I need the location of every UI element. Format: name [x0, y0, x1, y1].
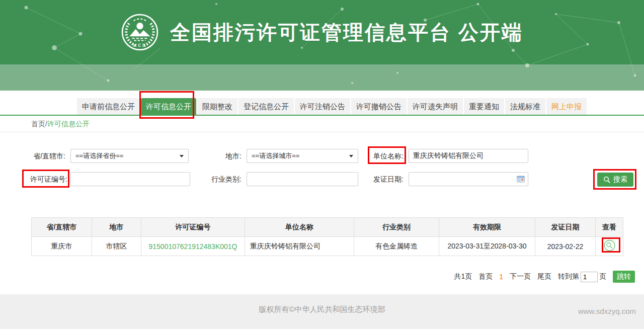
footer: 版权所有©中华人民共和国生态环境部 www.sdxzyq.com — [0, 294, 644, 329]
results-table: 省/直辖市 地市 许可证编号 单位名称 行业类别 有效期限 发证日期 查看 重庆… — [31, 217, 623, 256]
goto-prefix: 转到第 — [558, 272, 579, 281]
permit-number-link[interactable]: 91500107621912483K001Q — [149, 242, 237, 251]
city-select[interactable]: ==请选择城市== — [247, 149, 358, 163]
magnifier-icon — [603, 176, 610, 183]
cell-city: 市辖区 — [92, 237, 141, 256]
col-header-unit-name: 单位名称 — [245, 218, 354, 237]
permit-no-label: 许可证编号: — [0, 172, 67, 186]
first-page-link[interactable]: 首页 — [478, 272, 493, 281]
nav-tabs: 申请前信息公开 许可信息公开 限期整改 登记信息公开 许可注销公告 许可撤销公告… — [77, 98, 644, 115]
tab-pre-application-info[interactable]: 申请前信息公开 — [77, 98, 140, 115]
nav-underline — [0, 115, 644, 116]
col-header-validity: 有效期限 — [439, 218, 535, 237]
tab-registration-info[interactable]: 登记信息公开 — [238, 98, 294, 115]
cell-industry: 有色金属铸造 — [354, 237, 439, 256]
city-label: 地市: — [191, 149, 242, 163]
col-header-issue-date: 发证日期 — [535, 218, 596, 237]
magnifier-circle-icon — [603, 239, 616, 252]
chevron-down-icon — [180, 155, 184, 157]
pagination: 共1页 首页 1 下一页 尾页 转到第 页 跳转 — [454, 271, 635, 283]
industry-label: 行业类别: — [191, 172, 242, 186]
cell-issue-date: 2023-02-22 — [535, 237, 596, 256]
province-select-value: ==请选择省份== — [75, 151, 123, 160]
unit-name-input[interactable] — [409, 149, 528, 163]
header-banner: MEE 全国排污许可证管理信息平台 公开端 — [0, 0, 644, 64]
header-strip — [0, 64, 644, 91]
view-details-button[interactable] — [603, 239, 616, 252]
tab-permit-info-public[interactable]: 许可信息公开 — [141, 98, 196, 115]
goto-page-input[interactable] — [581, 272, 598, 282]
col-header-industry: 行业类别 — [354, 218, 439, 237]
calendar-icon[interactable] — [517, 176, 525, 183]
issue-date-field[interactable] — [412, 173, 517, 185]
industry-input[interactable] — [247, 172, 358, 186]
col-header-view: 查看 — [596, 218, 623, 237]
next-page-link[interactable]: 下一页 — [510, 272, 531, 281]
copyright-text: 版权所有©中华人民共和国生态环境部 — [0, 294, 644, 314]
page-title: 全国排污许可证管理信息平台 公开端 — [170, 19, 523, 46]
search-button-label: 搜索 — [613, 175, 627, 184]
province-select[interactable]: ==请选择省份== — [70, 149, 189, 163]
province-label: 省/直辖市: — [0, 149, 65, 163]
cell-validity: 2023-03-31至2028-03-30 — [439, 237, 535, 256]
search-button[interactable]: 搜索 — [597, 173, 633, 187]
issue-date-label: 发证日期: — [353, 172, 404, 186]
table-header-row: 省/直辖市 地市 许可证编号 单位名称 行业类别 有效期限 发证日期 查看 — [32, 218, 623, 237]
cell-company: 重庆庆铃铸铝有限公司 — [245, 237, 354, 256]
breadcrumb-current: 许可信息公开 — [47, 120, 90, 128]
tab-permit-loss-statement[interactable]: 许可遗失声明 — [408, 98, 463, 115]
tab-permit-revocation[interactable]: 许可撤销公告 — [351, 98, 407, 115]
tab-rectification[interactable]: 限期整改 — [197, 98, 237, 115]
tab-important-notice[interactable]: 重要通知 — [464, 98, 504, 115]
jump-button[interactable]: 跳转 — [613, 271, 635, 283]
chevron-down-icon — [349, 155, 353, 157]
col-header-permit-no: 许可证编号 — [141, 218, 245, 237]
footer-website: www.sdxzyq.com — [578, 307, 636, 315]
cell-province: 重庆市 — [32, 237, 92, 256]
unit-name-label: 单位名称: — [353, 149, 404, 163]
col-header-city: 地市 — [92, 218, 141, 237]
breadcrumb-home[interactable]: 首页 — [31, 120, 45, 128]
col-header-province: 省/直辖市 — [32, 218, 92, 237]
current-page: 1 — [499, 273, 503, 281]
table-row: 重庆市 市辖区 91500107621912483K001Q 重庆庆铃铸铝有限公… — [32, 237, 623, 256]
tab-permit-cancellation[interactable]: 许可注销公告 — [295, 98, 350, 115]
tab-online-declaration[interactable]: 网上申报 — [546, 98, 587, 115]
tab-regulations[interactable]: 法规标准 — [505, 98, 545, 115]
goto-suffix: 页 — [599, 272, 606, 281]
issue-date-input[interactable] — [409, 172, 528, 186]
last-page-link[interactable]: 尾页 — [537, 272, 551, 281]
page-total: 共1页 — [454, 272, 472, 281]
permit-no-input[interactable] — [70, 172, 190, 186]
page: MEE 全国排污许可证管理信息平台 公开端 申请前信息公开 许可信息公开 限期整… — [0, 0, 644, 329]
breadcrumb: 首页/许可信息公开 — [0, 116, 644, 132]
mee-logo-icon: MEE — [121, 13, 159, 51]
nav-bar: 申请前信息公开 许可信息公开 限期整改 登记信息公开 许可注销公告 许可撤销公告… — [0, 91, 644, 116]
svg-text:MEE: MEE — [133, 43, 146, 48]
city-select-value: ==请选择城市== — [252, 151, 299, 160]
